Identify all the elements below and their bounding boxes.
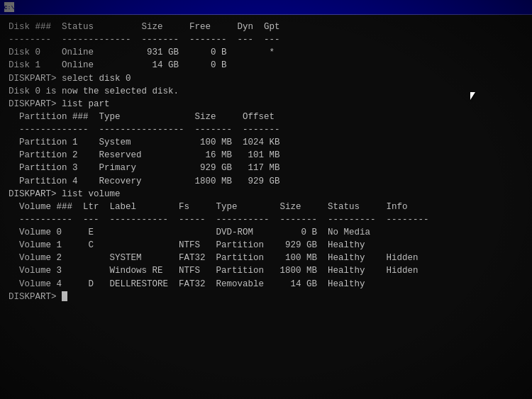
title-bar: C:\ [0,0,532,15]
console-line: Volume ### Ltr Label Fs Type Size Status… [9,201,523,213]
console-line: Volume 4 D DELLRESTORE FAT32 Removable 1… [9,278,523,291]
console-line: Volume 3 Windows RE NTFS Partition 1800 … [9,264,523,277]
console-line: Partition ### Type Size Offset [9,111,523,123]
console-line: Volume 1 C NTFS Partition 929 GB Healthy [9,239,523,252]
console-cursor [62,291,67,301]
console-line: Partition 1 System 100 MB 1024 KB [9,136,523,149]
console-line: DISKPART> list part [9,98,523,111]
console-line: Disk 1 Online 14 GB 0 B [9,59,523,72]
console-line: Partition 4 Recovery 1800 MB 929 GB [9,175,523,188]
console-line: Partition 3 Primary 929 GB 117 MB [9,162,523,174]
cmd-icon: C:\ [4,2,14,12]
console-line: Disk 0 Online 931 GB 0 B * [9,46,523,59]
console-line: Volume 0 E DVD-ROM 0 B No Media [9,226,523,239]
console-line: ---------- --- ----------- ----- -------… [9,213,523,226]
console-line: ------------- ---------------- ------- -… [9,123,523,136]
main-window: C:\ Disk ### Status Size Free Dyn Gpt---… [0,0,532,399]
console-line: DISKPART> list volume [9,188,523,201]
console-area[interactable]: Disk ### Status Size Free Dyn Gpt-------… [0,15,532,399]
mouse-cursor-icon [470,92,475,100]
console-line: DISKPART> [9,291,523,303]
console-line: Volume 2 SYSTEM FAT32 Partition 100 MB H… [9,252,523,264]
console-line: -------- ------------- ------- ------- -… [9,33,523,46]
console-line: DISKPART> select disk 0 [9,72,523,85]
console-line: Disk 0 is now the selected disk. [9,85,523,98]
console-line: Partition 2 Reserved 16 MB 101 MB [9,149,523,162]
console-line: Disk ### Status Size Free Dyn Gpt [9,21,523,33]
